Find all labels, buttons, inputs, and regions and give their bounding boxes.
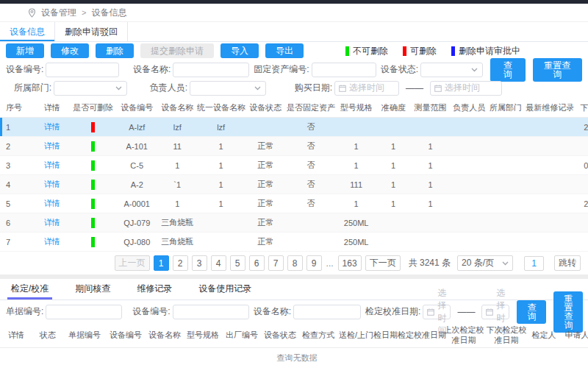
device-status-label: 设备状态:: [381, 63, 418, 76]
record-column-header: 下次检定校准日期: [485, 324, 528, 347]
delete-button[interactable]: 删除: [96, 43, 134, 58]
page-button[interactable]: 9: [306, 255, 322, 271]
page-button[interactable]: 5: [230, 255, 245, 271]
owner-select[interactable]: [190, 81, 266, 96]
record-reset-button[interactable]: 重置查询: [553, 291, 583, 333]
device-cell-next_inspection: [577, 213, 588, 233]
page-size-select[interactable]: 20 条/页: [457, 255, 513, 271]
device-cell-latest_repair: [523, 213, 577, 233]
detail-link[interactable]: 详情: [44, 199, 60, 208]
device-row[interactable]: 3详情C-511正常否1110000-00-000000-00-00: [0, 156, 588, 175]
next-page-button[interactable]: 下一页: [365, 255, 401, 271]
device-cell-code: A-0001: [115, 194, 158, 213]
fixed-asset-no-input[interactable]: [312, 63, 376, 77]
page-button[interactable]: 6: [249, 255, 265, 271]
device-cell-accuracy: 1: [376, 194, 411, 213]
add-button[interactable]: 新增: [6, 43, 44, 58]
device-no-label: 设备编号:: [6, 63, 43, 76]
calibration-date-start-input[interactable]: 选择时间: [423, 305, 451, 319]
page-button[interactable]: 7: [268, 255, 284, 271]
detail-link[interactable]: 详情: [44, 218, 60, 227]
record-device-no-input[interactable]: [173, 305, 249, 319]
device-cell-uniform_name: 1: [196, 156, 245, 175]
tab-delete-request-rejected[interactable]: 删除申请驳回: [55, 22, 128, 41]
device-column-header: 设备编号: [115, 99, 158, 118]
device-cell-owner: [451, 156, 489, 175]
reset-search-button[interactable]: 重置查询: [533, 58, 583, 82]
legend-item-delete-pending: 删除申请审批中: [451, 45, 520, 57]
import-button[interactable]: 导入: [220, 43, 259, 58]
page-button[interactable]: 1: [154, 255, 169, 271]
detail-link[interactable]: 详情: [44, 122, 60, 131]
device-row[interactable]: 4详情A-2`11正常否11111: [0, 175, 588, 194]
page-button[interactable]: 4: [211, 255, 226, 271]
device-cell-fixed_asset: 否: [285, 194, 337, 213]
device-row[interactable]: 5详情A-000111正常否1112022-03-292022-03-29: [0, 194, 588, 213]
device-cell-name: `1: [158, 175, 196, 194]
purchase-date-end-input[interactable]: 选择时间: [430, 81, 502, 96]
device-cell-next_inspection: 2023-02-28: [577, 118, 588, 137]
device-cell-status: 正常: [245, 233, 285, 252]
device-cell-status: [245, 118, 285, 137]
modify-button[interactable]: 修改: [51, 43, 89, 58]
delete-status-legend: 不可删除 可删除 删除申请审批中: [345, 45, 520, 57]
device-cell-fixed_asset: 否: [285, 137, 337, 156]
device-cell-next_inspection: [577, 175, 588, 194]
page-button[interactable]: 3: [192, 255, 207, 271]
record-search-button[interactable]: 查询: [517, 300, 546, 324]
page-button[interactable]: 2: [173, 255, 188, 271]
device-row[interactable]: 7详情QJ-080三角烧瓶正常250ML: [0, 233, 588, 252]
device-cell-fixed_asset: 否: [285, 118, 337, 137]
device-cell-status: 正常: [245, 137, 285, 156]
device-row[interactable]: 2详情A-101111正常否111: [0, 137, 588, 156]
record-filter-panel: 单据编号: 设备编号: 设备名称: 检定校准日期: 选择时间 —— 选择时间 查…: [0, 302, 588, 324]
device-cell-latest_repair: [523, 175, 577, 194]
delete-flag-indicator: [91, 160, 95, 171]
prev-page-button[interactable]: 上一页: [115, 255, 150, 271]
search-button[interactable]: 查询: [490, 58, 526, 82]
device-cell-dept: [488, 175, 523, 194]
device-cell-uniform_name: 1: [196, 175, 245, 194]
device-row[interactable]: 1详情A-lzflzflzf否2023-02-28: [0, 118, 588, 137]
detail-link[interactable]: 详情: [44, 141, 60, 150]
device-row[interactable]: 6详情QJ-079三角烧瓶正常250ML: [0, 213, 588, 233]
breadcrumb-item-current[interactable]: 设备信息: [91, 7, 126, 19]
tab-device-info[interactable]: 设备信息: [0, 22, 55, 41]
tab-interim-check[interactable]: 期间核查: [71, 280, 114, 300]
breadcrumb-item-parent[interactable]: 设备管理: [41, 7, 76, 19]
device-column-header: 型号规格: [337, 99, 376, 118]
detail-link[interactable]: 详情: [44, 180, 60, 188]
department-select[interactable]: [54, 81, 127, 96]
legend-label: 可删除: [410, 45, 437, 57]
device-cell-dept: [488, 118, 523, 137]
tab-usage-records[interactable]: 设备使用记录: [195, 280, 255, 300]
detail-link[interactable]: 详情: [44, 237, 60, 246]
export-button[interactable]: 导出: [265, 43, 304, 58]
delete-flag-indicator: [91, 218, 95, 228]
device-cell-range: 1: [411, 137, 451, 156]
tab-repair-records[interactable]: 维修记录: [133, 280, 176, 300]
device-cell-latest_repair: [523, 156, 577, 175]
jump-button[interactable]: 跳转: [554, 255, 581, 271]
legend-item-deletable: 可删除: [403, 45, 437, 57]
record-device-name-input[interactable]: [293, 305, 361, 319]
last-page-button[interactable]: 163: [338, 255, 362, 271]
order-no-input[interactable]: [46, 305, 122, 319]
device-cell-accuracy: [376, 118, 411, 137]
calibration-date-end-input[interactable]: 选择时间: [481, 305, 509, 319]
purchase-date-start-input[interactable]: 选择时间: [334, 81, 399, 96]
device-status-select[interactable]: [420, 63, 483, 77]
device-cell-code: A-101: [115, 137, 158, 156]
device-no-input[interactable]: [46, 63, 119, 77]
tab-calibration[interactable]: 检定/校准: [7, 280, 52, 300]
device-cell-range: [411, 118, 451, 137]
device-cell-model: 250ML: [337, 233, 376, 252]
jump-page-input[interactable]: [524, 256, 544, 271]
detail-link[interactable]: 详情: [44, 160, 60, 169]
device-name-input[interactable]: [173, 63, 249, 77]
record-device-no-label: 设备编号:: [132, 305, 170, 318]
record-column-header: 设备状态: [262, 324, 298, 347]
pagination-bar: 上一页 123456789 ... 163 下一页 共 3241 条 20 条/…: [0, 252, 588, 274]
page-button[interactable]: 8: [287, 255, 303, 271]
submit-delete-request-button[interactable]: 提交删除申请: [140, 43, 214, 58]
